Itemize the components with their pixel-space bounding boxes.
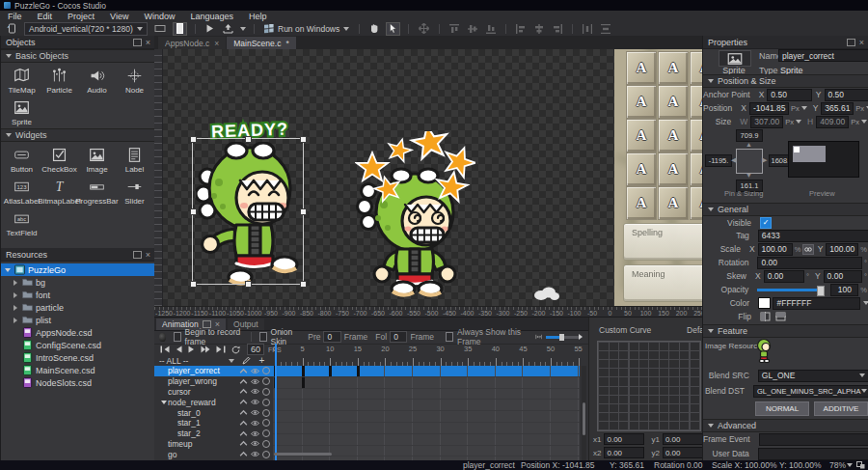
keyframe[interactable] (357, 366, 360, 376)
play-button[interactable] (203, 23, 216, 35)
record-icon[interactable] (159, 333, 166, 342)
lock-icon[interactable] (262, 451, 270, 458)
go-to-end-icon[interactable] (214, 344, 228, 355)
image-resource-thumbnail[interactable] (756, 338, 773, 363)
visibility-icon[interactable] (251, 378, 259, 385)
visible-checkbox[interactable]: ✓ (760, 217, 772, 229)
align-top-icon[interactable] (448, 23, 461, 35)
tree-item-appsnode-csd[interactable]: AppsNode.csd (1, 326, 155, 339)
lock-icon[interactable] (262, 388, 270, 396)
position-y-unit-select[interactable]: Px (854, 104, 868, 113)
skew-x-input[interactable]: 0.00 (764, 270, 804, 283)
selection-handle[interactable] (245, 281, 252, 288)
curve-x1-input[interactable]: 0.00 (604, 433, 644, 445)
section-advanced[interactable]: Advanced (703, 419, 868, 432)
opacity-slider[interactable] (757, 289, 825, 291)
track-star_2[interactable]: star_2 (154, 429, 273, 439)
run-on-windows-button[interactable]: Run on Windows (262, 23, 351, 35)
lock-icon[interactable] (262, 419, 270, 427)
curve-x2-input[interactable]: 0.00 (604, 447, 644, 458)
track-timeup[interactable]: timeup (154, 439, 273, 450)
visibility-icon[interactable] (251, 409, 259, 416)
position-y-input[interactable]: 365.61 (821, 102, 854, 115)
align-left-icon[interactable] (514, 23, 528, 35)
close-panel-icon[interactable]: × (146, 252, 150, 258)
keyframe[interactable] (302, 377, 305, 388)
playhead[interactable] (275, 344, 277, 460)
palette-item-checkbox[interactable]: CheckBox (41, 146, 78, 174)
track-frames-player_wrong[interactable] (273, 377, 580, 389)
distribute-vertical-icon[interactable] (599, 23, 612, 35)
position-x-unit-select[interactable]: Px (789, 104, 809, 113)
selection-handle[interactable] (245, 136, 252, 143)
distribute-horizontal-icon[interactable] (581, 23, 594, 35)
float-panel-icon[interactable] (847, 39, 855, 46)
collapse-track-icon[interactable] (239, 451, 248, 457)
palette-item-sprite[interactable]: Sprite (3, 98, 41, 126)
menu-window[interactable]: Window (144, 12, 175, 21)
tree-item-nodeslots-csd[interactable]: NodeSlots.csd (1, 376, 155, 389)
palette-item-node[interactable]: Node (116, 67, 153, 95)
track-node_reward[interactable]: node_reward (154, 397, 273, 407)
visibility-icon[interactable] (251, 430, 259, 437)
tab-appsnode[interactable]: AppsNode.c × (158, 37, 226, 49)
selection-handle[interactable] (300, 136, 307, 143)
edit-animation-icon[interactable] (240, 355, 253, 367)
go-to-start-icon[interactable] (158, 344, 172, 355)
size-h-unit-select[interactable]: Px (849, 118, 868, 126)
float-panel-icon[interactable] (133, 251, 142, 259)
expander-icon[interactable] (14, 280, 17, 286)
palette-item-image[interactable]: Image (78, 146, 116, 174)
visibility-icon[interactable] (251, 399, 259, 405)
track-frames-star_2[interactable] (273, 434, 580, 446)
visibility-icon[interactable] (251, 388, 259, 395)
section-feature[interactable]: Feature (703, 324, 868, 338)
pin-center-box[interactable] (736, 149, 763, 174)
publish-dropdown-arrow[interactable] (240, 27, 246, 31)
tab-mainscene[interactable]: MainScene.c * (227, 37, 295, 49)
flip-horizontal-icon[interactable] (760, 312, 771, 321)
scale-link-icon[interactable] (802, 244, 813, 255)
track-filter-select[interactable]: -- ALL -- (159, 356, 188, 366)
timeline-vertical-scrollbar[interactable] (582, 366, 586, 460)
always-show-checkbox[interactable] (446, 332, 453, 342)
blend-dst-select[interactable]: GL_ONE_MINUS_SRC_ALPHA (753, 385, 868, 398)
scale-x-input[interactable]: 100.00 (758, 243, 793, 256)
curve-grid[interactable] (597, 341, 701, 431)
lock-icon[interactable] (262, 367, 270, 374)
section-widgets[interactable]: Widgets (1, 128, 155, 142)
expander-icon[interactable] (5, 268, 11, 272)
resolution-select[interactable]: Android_vertical(720 * 1280) (24, 22, 148, 36)
controls-overflow-arrow[interactable] (579, 334, 583, 340)
zoom-dropdown-arrow[interactable] (847, 463, 853, 467)
collapse-track-icon[interactable] (239, 440, 248, 447)
tree-item-font[interactable]: font (1, 289, 155, 301)
tag-input[interactable]: 6433 (758, 230, 868, 242)
expander-icon[interactable] (14, 305, 17, 311)
anchor-x-input[interactable]: 0.50 (767, 89, 811, 101)
tree-item-introscene-csd[interactable]: IntroScene.csd (1, 351, 155, 364)
blend-normal-button[interactable]: NORMAL (755, 401, 809, 416)
track-star_0[interactable]: star_0 (154, 407, 273, 418)
tree-item-mainscene-csd[interactable]: MainScene.csd (1, 364, 155, 376)
lock-icon[interactable] (262, 429, 270, 437)
scene-canvas[interactable]: READY? (154, 49, 702, 306)
palette-item-tilemap[interactable]: TileMap (3, 67, 41, 95)
tree-item-puzzlego[interactable]: PuzzleGo (1, 263, 155, 276)
landscape-button[interactable] (152, 23, 168, 35)
expander-icon[interactable] (161, 401, 167, 404)
palette-item-progressbar[interactable]: ProgressBar (78, 178, 116, 206)
lock-icon[interactable] (262, 377, 270, 385)
palette-item-audio[interactable]: Audio (78, 67, 116, 95)
next-frame-icon[interactable] (199, 344, 212, 355)
expander-icon[interactable] (14, 318, 17, 323)
visibility-icon[interactable] (251, 420, 259, 427)
track-frames-node_reward[interactable] (273, 400, 580, 411)
pre-frames-input[interactable]: 0 (323, 331, 340, 343)
add-animation-icon[interactable]: + (258, 357, 264, 365)
color-swatch[interactable] (758, 297, 772, 309)
size-w-input[interactable]: 307.00 (750, 116, 783, 128)
collapse-track-icon[interactable] (239, 399, 248, 405)
collapse-track-icon[interactable] (239, 388, 248, 395)
close-panel-icon[interactable]: × (859, 40, 864, 45)
